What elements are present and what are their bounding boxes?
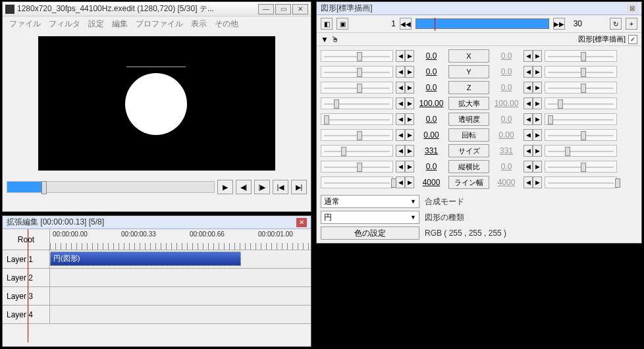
param-name-button[interactable]: サイズ [448, 144, 489, 157]
frame-bar[interactable] [416, 18, 549, 29]
param-name-button[interactable]: X [448, 49, 489, 63]
menu-other[interactable]: その他 [215, 18, 238, 30]
menu-filter[interactable]: フィルタ [49, 18, 80, 30]
dec-button[interactable]: ◀ [523, 82, 533, 94]
collapse-icon[interactable]: ▼ [321, 35, 329, 44]
dec-button[interactable]: ◀ [523, 145, 533, 157]
inc-button[interactable]: ▶ [533, 82, 542, 94]
layer-track-3[interactable] [50, 287, 311, 305]
section-enable-checkbox[interactable]: ✓ [628, 35, 637, 44]
shape-type-combo[interactable]: 円▼ [321, 211, 419, 224]
layer-label[interactable]: Layer 2 [3, 269, 50, 286]
toggle-a-button[interactable]: ◧ [321, 18, 333, 30]
layer-label[interactable]: Layer 1 [3, 250, 50, 268]
seek-bar[interactable] [7, 181, 215, 193]
slider-right[interactable] [545, 66, 617, 78]
value-right[interactable]: 4000 [492, 178, 521, 187]
timeline-close-button[interactable]: ✕ [296, 218, 307, 227]
value-left[interactable]: 0.0 [417, 51, 446, 61]
preview-titlebar[interactable]: 1280x720_30fps_44100Hz.exedit (1280,720)… [3, 2, 311, 16]
slider-right[interactable] [545, 176, 617, 188]
slider-right[interactable] [545, 97, 617, 109]
inc-button[interactable]: ▶ [405, 161, 414, 173]
value-left[interactable]: 4000 [417, 178, 446, 187]
dec-button[interactable]: ◀ [396, 129, 405, 141]
menu-settings[interactable]: 設定 [88, 18, 104, 30]
value-right[interactable]: 0.0 [492, 115, 521, 124]
slider-right[interactable] [545, 50, 617, 62]
param-name-button[interactable]: 透明度 [448, 113, 489, 126]
inc-button[interactable]: ▶ [405, 66, 414, 78]
slider-left[interactable] [321, 176, 393, 188]
step-back-button[interactable]: ◀| [236, 180, 252, 194]
add-button[interactable]: + [626, 18, 637, 30]
property-titlebar[interactable]: 図形[標準描画] ⊠ [317, 2, 641, 15]
timeline-clip[interactable]: 円(図形) [50, 252, 241, 266]
dec-button[interactable]: ◀ [523, 161, 533, 173]
param-name-button[interactable]: 回転 [448, 128, 489, 142]
inc-button[interactable]: ▶ [405, 176, 414, 188]
timeline-ruler[interactable]: 00:00:00.00 00:00:00.33 00:00:00.66 00:0… [50, 229, 311, 250]
goto-start-button[interactable]: |◀ [273, 180, 288, 194]
refresh-button[interactable]: ↻ [610, 18, 622, 30]
slider-right[interactable] [545, 113, 617, 125]
value-left[interactable]: 0.0 [417, 115, 446, 124]
property-close-button[interactable]: ⊠ [627, 4, 637, 13]
menu-view[interactable]: 表示 [191, 18, 207, 30]
inc-button[interactable]: ▶ [405, 82, 414, 94]
menu-edit[interactable]: 編集 [112, 18, 128, 30]
value-right[interactable]: 0.0 [492, 83, 521, 92]
blend-mode-combo[interactable]: 通常▼ [321, 195, 419, 208]
inc-button[interactable]: ▶ [533, 113, 542, 125]
inc-button[interactable]: ▶ [405, 97, 414, 109]
inc-button[interactable]: ▶ [533, 50, 542, 62]
dec-button[interactable]: ◀ [523, 129, 533, 141]
value-right[interactable]: 0.0 [492, 162, 521, 171]
value-left[interactable]: 0.0 [417, 162, 446, 171]
playhead[interactable] [28, 229, 28, 342]
dec-button[interactable]: ◀ [396, 66, 405, 78]
param-name-button[interactable]: 縦横比 [448, 160, 489, 173]
layer-track-1[interactable]: 円(図形) [50, 250, 311, 268]
play-button[interactable]: ▶ [217, 180, 233, 194]
slider-left[interactable] [321, 66, 393, 78]
color-settings-button[interactable]: 色の設定 [321, 227, 419, 240]
inc-button[interactable]: ▶ [533, 97, 542, 109]
goto-end-button[interactable]: ▶| [291, 180, 307, 194]
dec-button[interactable]: ◀ [396, 145, 405, 157]
preview-canvas[interactable] [38, 36, 275, 171]
maximize-button[interactable]: ▭ [275, 4, 291, 14]
inc-button[interactable]: ▶ [533, 129, 542, 141]
value-left[interactable]: 0.0 [417, 67, 446, 76]
slider-left[interactable] [321, 145, 393, 157]
layer-label[interactable]: Layer 3 [3, 287, 50, 305]
slider-right[interactable] [545, 129, 617, 141]
mouse-icon[interactable]: 🖱 [331, 35, 339, 44]
inc-button[interactable]: ▶ [405, 50, 414, 62]
slider-right[interactable] [545, 161, 617, 173]
dec-button[interactable]: ◀ [523, 97, 533, 109]
menu-profile[interactable]: プロファイル [136, 18, 183, 30]
dec-button[interactable]: ◀ [523, 66, 533, 78]
param-name-button[interactable]: 拡大率 [448, 97, 489, 110]
param-name-button[interactable]: Y [448, 65, 489, 78]
slider-left[interactable] [321, 97, 393, 109]
value-right[interactable]: 100.00 [492, 99, 521, 108]
value-left[interactable]: 0.0 [417, 83, 446, 92]
slider-left[interactable] [321, 50, 393, 62]
dec-button[interactable]: ◀ [396, 176, 405, 188]
slider-left[interactable] [321, 113, 393, 125]
dec-button[interactable]: ◀ [523, 113, 533, 125]
inc-button[interactable]: ▶ [405, 145, 414, 157]
dec-button[interactable]: ◀ [396, 161, 405, 173]
step-fwd-button[interactable]: |▶ [254, 180, 270, 194]
dec-button[interactable]: ◀ [396, 97, 405, 109]
timeline-titlebar[interactable]: 拡張編集 [00:00:00.13] [5/8] ✕ [3, 216, 311, 229]
slider-left[interactable] [321, 161, 393, 173]
dec-button[interactable]: ◀ [396, 113, 405, 125]
inc-button[interactable]: ▶ [533, 66, 542, 78]
inc-button[interactable]: ▶ [533, 176, 542, 188]
layer-label[interactable]: Layer 4 [3, 306, 50, 323]
frame-next-button[interactable]: ▶▶ [553, 18, 565, 30]
close-button[interactable]: ✕ [292, 4, 308, 14]
